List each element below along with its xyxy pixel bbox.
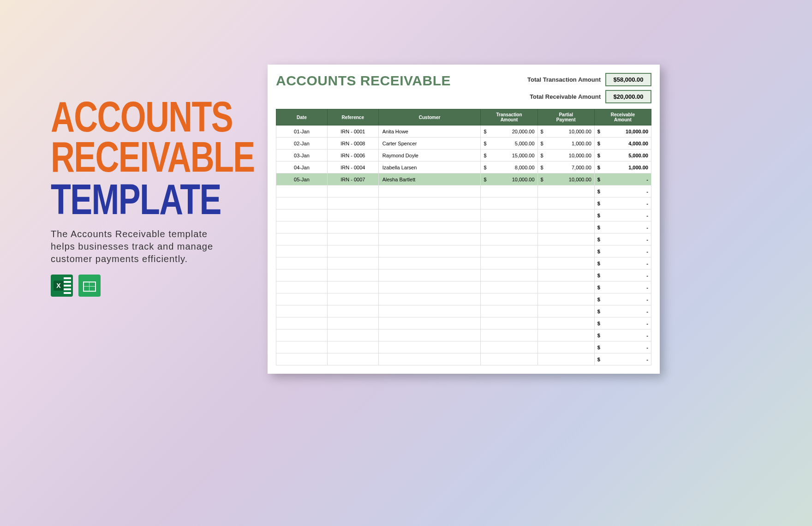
- table-row: $-: [276, 185, 651, 197]
- col-reference: Reference: [327, 109, 378, 126]
- table-row: 04-JanIRN - 0004Izabella Larsen$8,000.00…: [276, 161, 651, 173]
- spreadsheet-preview: ACCOUNTS RECEIVABLE Total Transaction Am…: [268, 65, 660, 374]
- col-receivable-amount: Receivable Amount: [594, 109, 651, 126]
- total-receivable-label: Total Receivable Amount: [522, 93, 601, 100]
- app-icons: [51, 275, 245, 297]
- table-row: $-: [276, 269, 651, 281]
- google-sheets-icon: [78, 275, 101, 297]
- table-row: 03-JanIRN - 0006Raymond Doyle$15,000.00$…: [276, 149, 651, 161]
- total-transaction-row: Total Transaction Amount $58,000.00: [522, 73, 651, 86]
- total-receivable-row: Total Receivable Amount $20,000.00: [522, 90, 651, 103]
- table-row: $-: [276, 209, 651, 221]
- col-date: Date: [276, 109, 328, 126]
- excel-icon: [51, 275, 73, 297]
- title-line-1: ACCOUNTS: [51, 97, 202, 137]
- total-transaction-label: Total Transaction Amount: [522, 76, 601, 83]
- table-row: 05-JanIRN - 0007Alesha Bartlett$10,000.0…: [276, 173, 651, 185]
- table-row: 01-JanIRN - 0001Anita Howe$20,000.00$10,…: [276, 126, 651, 137]
- hero-panel: ACCOUNTS RECEIVABLE TEMPLATE The Account…: [51, 97, 245, 297]
- sheet-title: ACCOUNTS RECEIVABLE: [276, 73, 451, 89]
- sheet-header: ACCOUNTS RECEIVABLE Total Transaction Am…: [276, 73, 651, 103]
- table-row: $-: [276, 257, 651, 269]
- col-customer: Customer: [378, 109, 481, 126]
- table-row: $-: [276, 197, 651, 209]
- col-partial-payment: Partial Payment: [537, 109, 594, 126]
- table-row: $-: [276, 221, 651, 233]
- receivable-table: Date Reference Customer Transaction Amou…: [276, 109, 651, 365]
- table-row: $-: [276, 329, 651, 341]
- table-row: 02-JanIRN - 0008Carter Spencer$5,000.00$…: [276, 137, 651, 149]
- table-row: $-: [276, 281, 651, 293]
- table-row: $-: [276, 353, 651, 365]
- table-row: $-: [276, 245, 651, 257]
- description-text: The Accounts Receivable template helps b…: [51, 228, 226, 265]
- total-transaction-value: $58,000.00: [605, 73, 651, 86]
- table-body: 01-JanIRN - 0001Anita Howe$20,000.00$10,…: [276, 126, 651, 365]
- table-row: $-: [276, 305, 651, 317]
- col-transaction-amount: Transaction Amount: [481, 109, 537, 126]
- title-line-2: RECEIVABLE: [51, 137, 202, 177]
- table-row: $-: [276, 233, 651, 245]
- title-line-3: TEMPLATE: [51, 179, 202, 220]
- table-row: $-: [276, 341, 651, 353]
- table-header: Date Reference Customer Transaction Amou…: [276, 109, 651, 126]
- table-row: $-: [276, 293, 651, 305]
- total-receivable-value: $20,000.00: [605, 90, 651, 103]
- totals-block: Total Transaction Amount $58,000.00 Tota…: [522, 73, 651, 103]
- table-row: $-: [276, 317, 651, 329]
